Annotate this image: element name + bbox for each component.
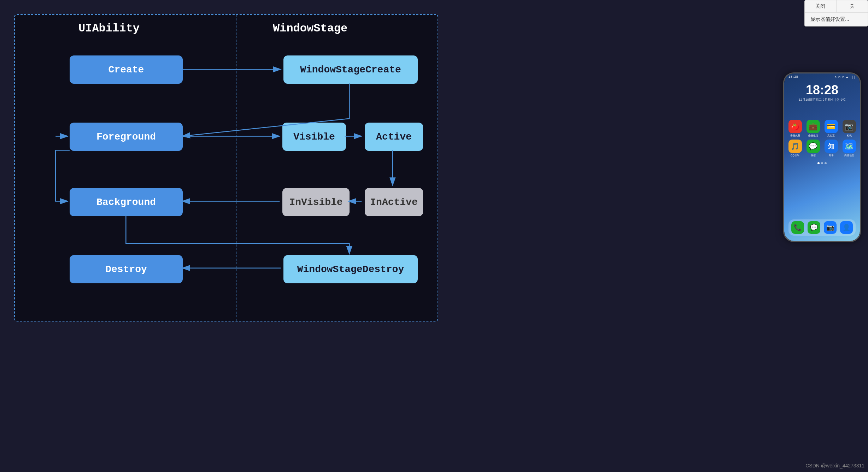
app-enterprise-wechat[interactable]: 💼 企业微信 — [805, 120, 821, 137]
app-icon-alipay: 💳 — [825, 120, 838, 133]
windowstage-create-box: WindowStageCreate — [283, 55, 418, 84]
app-label-alipay: 支付宝 — [823, 134, 839, 137]
app-label-amap: 高德地图 — [841, 154, 857, 157]
dock-messages[interactable]: 💬 — [808, 221, 820, 234]
dock-phone[interactable]: 📞 — [791, 221, 804, 234]
watermark: CSDN @weixin_44273311 — [805, 463, 864, 468]
app-icon-tomato: 🍅 — [788, 120, 802, 133]
app-icon-ew: 💼 — [807, 120, 820, 133]
app-camera[interactable]: 📷 相机 — [841, 120, 857, 137]
app-label-tomato: 番茄免费 — [787, 134, 803, 137]
app-icon-zhihu: 知 — [825, 140, 838, 153]
phone-signal-icons: ⊙ ◻ ◻ ▲ ||| — [835, 75, 856, 79]
app-alipay[interactable]: 💳 支付宝 — [823, 120, 839, 137]
app-qqmusic[interactable]: 🎵 QQ音乐 — [787, 140, 803, 157]
windowstage-destroy-box: WindowStageDestroy — [283, 255, 418, 283]
app-label-wechat: 微信 — [805, 154, 821, 157]
uiability-label: UIAbility — [78, 22, 140, 35]
phone-screen: 18:28 ⊙ ◻ ◻ ▲ ||| 18:28 12月19日星期二 9月初七 |… — [784, 73, 860, 241]
active-box: Active — [365, 123, 423, 151]
close-button[interactable]: 关闭 — [805, 0, 837, 12]
inactive-box: InActive — [365, 188, 423, 216]
dock-contacts[interactable]: 👤 — [840, 221, 853, 234]
app-icon-camera: 📷 — [843, 120, 856, 133]
create-box: Create — [70, 55, 183, 84]
phone-bottom-dock: 📞 💬 📷 👤 — [788, 219, 856, 236]
context-menu-top-row: 关闭 关 — [805, 0, 868, 13]
destroy-box: Destroy — [70, 255, 183, 283]
phone-date: 12月19日星期二 9月初七 | 冬-9℃ — [784, 98, 860, 102]
app-icon-wechat: 💬 — [807, 140, 820, 153]
app-zhihu[interactable]: 知 知乎 — [823, 140, 839, 157]
background-box: Background — [70, 188, 183, 216]
phone-mockup: 18:28 ⊙ ◻ ◻ ▲ ||| 18:28 12月19日星期二 9月初七 |… — [783, 72, 861, 242]
dot-3 — [825, 162, 827, 164]
divider-line — [236, 15, 236, 321]
app-icon-qqmusic: 🎵 — [788, 140, 802, 153]
foreground-box: Foreground — [70, 123, 183, 151]
close2-button[interactable]: 关 — [837, 0, 868, 12]
lifecycle-diagram: UIAbility WindowStage Create WindowStage… — [14, 14, 438, 321]
display-settings-item[interactable]: 显示器偏好设置... — [805, 13, 868, 26]
app-label-ew: 企业微信 — [805, 134, 821, 137]
app-label-camera: 相机 — [841, 134, 857, 137]
app-tomato[interactable]: 🍅 番茄免费 — [787, 120, 803, 137]
app-amap[interactable]: 🗺️ 高德地图 — [841, 140, 857, 157]
dot-2 — [821, 162, 823, 164]
dot-1 — [817, 162, 820, 164]
phone-frame: 18:28 ⊙ ◻ ◻ ▲ ||| 18:28 12月19日星期二 9月初七 |… — [783, 72, 861, 242]
context-menu: 关闭 关 显示器偏好设置... — [804, 0, 868, 26]
visible-box: Visible — [282, 123, 346, 151]
phone-status-bar: 18:28 ⊙ ◻ ◻ ▲ ||| — [784, 73, 860, 81]
phone-apps-grid: 🍅 番茄免费 💼 企业微信 💳 支付宝 📷 相机 🎵 QQ音乐 — [784, 116, 860, 161]
dock-camera2[interactable]: 📷 — [824, 221, 837, 234]
phone-time-status: 18:28 — [788, 75, 798, 79]
page-dots — [784, 162, 860, 164]
phone-clock: 18:28 — [784, 81, 860, 98]
app-label-zhihu: 知乎 — [823, 154, 839, 157]
app-wechat[interactable]: 💬 微信 — [805, 140, 821, 157]
windowstage-label: WindowStage — [273, 22, 347, 35]
invisible-box: InVisible — [282, 188, 350, 216]
app-label-qqmusic: QQ音乐 — [787, 154, 803, 157]
app-icon-amap: 🗺️ — [843, 140, 856, 153]
